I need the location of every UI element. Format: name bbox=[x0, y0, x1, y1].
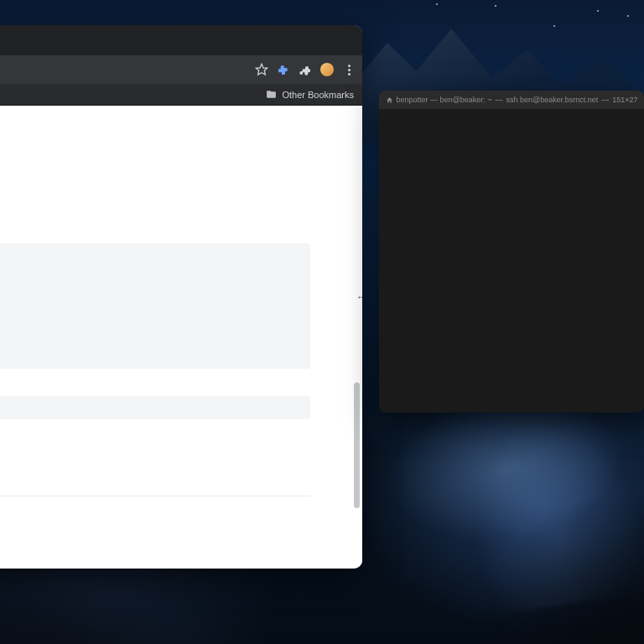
text-line: pilations, downloads, and more. bbox=[0, 169, 324, 184]
wallpaper-star bbox=[627, 15, 629, 17]
desktop-wallpaper: Other Bookmarks t development environmen… bbox=[0, 0, 644, 644]
install-link-line: doc/install.md. bbox=[0, 466, 324, 482]
browser-viewport[interactable]: t development environment. a web browser… bbox=[0, 106, 362, 569]
code-block[interactable]: y-run bbox=[0, 243, 310, 369]
home-icon bbox=[386, 96, 393, 104]
puzzle-icon[interactable] bbox=[299, 63, 312, 76]
svg-marker-0 bbox=[256, 64, 267, 75]
section-divider bbox=[0, 496, 310, 496]
wallpaper-star bbox=[436, 3, 438, 5]
scrollbar-thumb[interactable] bbox=[354, 382, 360, 508]
wallpaper-star bbox=[495, 5, 496, 7]
browser-toolbar bbox=[0, 55, 362, 84]
wallpaper-rocks bbox=[443, 426, 644, 644]
folder-icon bbox=[266, 89, 277, 100]
browser-window[interactable]: Other Bookmarks t development environmen… bbox=[0, 25, 362, 569]
wallpaper-star bbox=[597, 10, 599, 12]
wallpaper-star bbox=[553, 25, 555, 27]
terminal-title-size: 151×27 bbox=[612, 96, 637, 104]
other-bookmarks-button[interactable]: Other Bookmarks bbox=[282, 90, 354, 100]
text-line: t development environment. bbox=[0, 119, 324, 135]
kebab-menu-icon[interactable] bbox=[342, 63, 356, 76]
text-line: it into a full development environment. bbox=[0, 206, 324, 222]
terminal-title-ssh: ssh ben@beaker.bsrnct.net bbox=[506, 96, 598, 104]
page-content: t development environment. a web browser… bbox=[0, 106, 337, 569]
browser-chrome: Other Bookmarks bbox=[0, 25, 362, 106]
code-block[interactable] bbox=[0, 396, 310, 419]
terminal-title-userpath: benpotter — ben@beaker: ~ bbox=[397, 96, 492, 104]
extension-icon[interactable] bbox=[277, 63, 290, 76]
bookmarks-bar[interactable]: Other Bookmarks bbox=[0, 84, 362, 106]
terminal-title-dash: — bbox=[495, 96, 502, 104]
terminal-titlebar[interactable]: benpotter — ben@beaker: ~ — ssh ben@beak… bbox=[379, 91, 644, 109]
terminal-window[interactable]: benpotter — ben@beaker: ~ — ssh ben@beak… bbox=[379, 91, 644, 413]
text-line: ks runs on your server. bbox=[0, 187, 324, 203]
profile-avatar-icon[interactable] bbox=[320, 63, 334, 76]
terminal-body[interactable] bbox=[379, 109, 644, 413]
star-icon[interactable] bbox=[255, 63, 268, 76]
browser-tabstrip[interactable] bbox=[0, 25, 362, 55]
window-resize-handle[interactable]: ↔ bbox=[356, 292, 362, 302]
terminal-title-dash: — bbox=[601, 96, 609, 104]
text-line: a web browser. bbox=[0, 138, 324, 153]
readme-text-block: t development environment. a web browser… bbox=[0, 119, 324, 222]
